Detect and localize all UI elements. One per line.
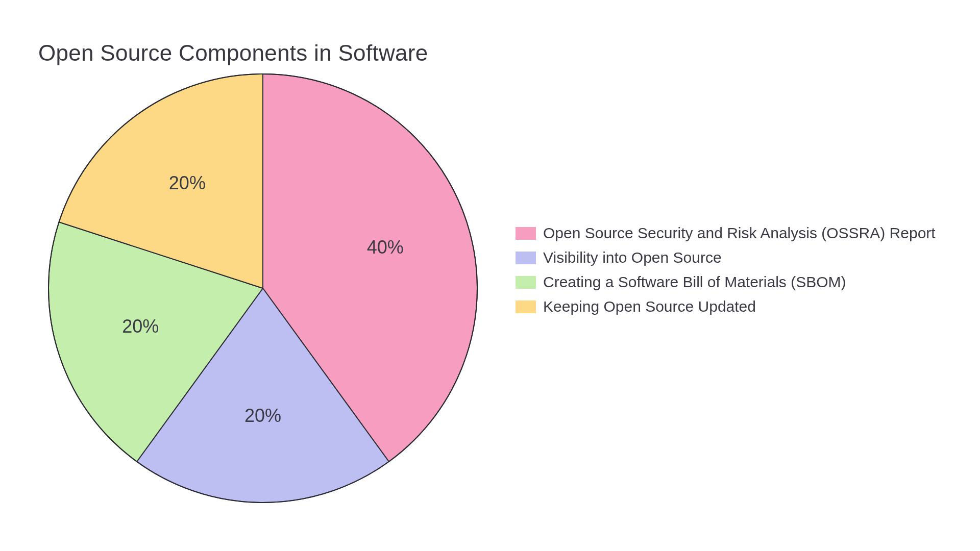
pie-slice-label: 20% (122, 316, 159, 337)
pie-slice-label: 20% (244, 405, 281, 426)
legend-item: Creating a Software Bill of Materials (S… (516, 273, 936, 291)
legend-swatch (516, 252, 536, 264)
pie-chart: 40%20%20%20% (38, 64, 487, 513)
legend-item: Open Source Security and Risk Analysis (… (516, 224, 936, 242)
legend-item: Visibility into Open Source (516, 249, 936, 266)
pie-slice-label: 40% (367, 237, 404, 258)
legend-item: Keeping Open Source Updated (516, 298, 936, 315)
chart-title: Open Source Components in Software (38, 40, 428, 66)
pie-slice-label: 20% (169, 172, 206, 193)
legend-swatch (516, 300, 536, 313)
chart-page: Open Source Components in Software 40%20… (0, 0, 980, 551)
legend-label: Keeping Open Source Updated (543, 298, 756, 315)
legend-swatch (516, 227, 536, 240)
legend-label: Visibility into Open Source (543, 249, 722, 266)
legend: Open Source Security and Risk Analysis (… (516, 224, 936, 315)
pie-svg: 40%20%20%20% (38, 64, 487, 513)
legend-label: Creating a Software Bill of Materials (S… (543, 273, 846, 291)
legend-label: Open Source Security and Risk Analysis (… (543, 224, 936, 242)
legend-swatch (516, 276, 536, 289)
